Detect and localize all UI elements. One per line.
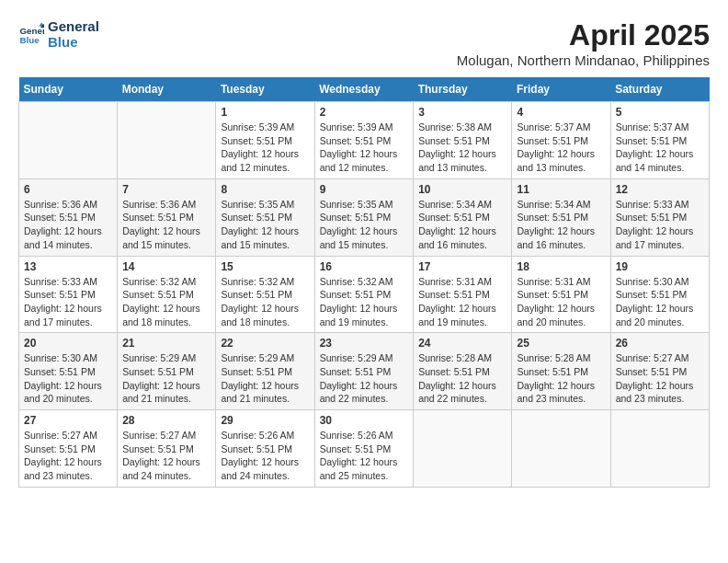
calendar-cell: 7Sunrise: 5:36 AMSunset: 5:51 PMDaylight… xyxy=(118,178,216,256)
day-number: 15 xyxy=(221,260,309,273)
calendar-cell: 17Sunrise: 5:31 AMSunset: 5:51 PMDayligh… xyxy=(414,256,512,333)
calendar-cell: 13Sunrise: 5:33 AMSunset: 5:51 PMDayligh… xyxy=(19,256,118,333)
calendar-cell: 27Sunrise: 5:27 AMSunset: 5:51 PMDayligh… xyxy=(19,410,118,488)
day-info: Sunrise: 5:38 AMSunset: 5:51 PMDaylight:… xyxy=(418,121,506,175)
day-info: Sunrise: 5:36 AMSunset: 5:51 PMDaylight:… xyxy=(122,198,210,252)
header-saturday: Saturday xyxy=(610,77,709,102)
calendar-cell: 2Sunrise: 5:39 AMSunset: 5:51 PMDaylight… xyxy=(314,102,414,179)
day-number: 12 xyxy=(616,183,704,196)
logo-blue: Blue xyxy=(48,34,99,50)
calendar-week-row: 6Sunrise: 5:36 AMSunset: 5:51 PMDaylight… xyxy=(19,178,710,256)
day-info: Sunrise: 5:31 AMSunset: 5:51 PMDaylight:… xyxy=(517,275,605,329)
day-number: 17 xyxy=(418,260,506,273)
day-info: Sunrise: 5:33 AMSunset: 5:51 PMDaylight:… xyxy=(24,275,112,329)
calendar-header-row: SundayMondayTuesdayWednesdayThursdayFrid… xyxy=(19,77,710,102)
calendar-cell: 25Sunrise: 5:28 AMSunset: 5:51 PMDayligh… xyxy=(512,333,610,410)
day-info: Sunrise: 5:35 AMSunset: 5:51 PMDaylight:… xyxy=(320,198,409,252)
calendar-cell: 16Sunrise: 5:32 AMSunset: 5:51 PMDayligh… xyxy=(314,256,414,333)
calendar-table: SundayMondayTuesdayWednesdayThursdayFrid… xyxy=(18,77,710,488)
day-number: 26 xyxy=(616,337,704,350)
day-info: Sunrise: 5:36 AMSunset: 5:51 PMDaylight:… xyxy=(24,198,112,252)
header-wednesday: Wednesday xyxy=(314,77,414,102)
day-info: Sunrise: 5:28 AMSunset: 5:51 PMDaylight:… xyxy=(517,351,605,406)
day-info: Sunrise: 5:26 AMSunset: 5:51 PMDaylight:… xyxy=(320,429,409,483)
day-number: 13 xyxy=(24,260,112,273)
day-number: 1 xyxy=(221,106,309,119)
header-tuesday: Tuesday xyxy=(216,77,314,102)
day-number: 23 xyxy=(320,337,409,350)
day-number: 20 xyxy=(24,337,112,350)
calendar-cell: 20Sunrise: 5:30 AMSunset: 5:51 PMDayligh… xyxy=(19,333,118,410)
day-info: Sunrise: 5:32 AMSunset: 5:51 PMDaylight:… xyxy=(320,275,409,329)
calendar-cell: 12Sunrise: 5:33 AMSunset: 5:51 PMDayligh… xyxy=(610,178,709,256)
calendar-week-row: 1Sunrise: 5:39 AMSunset: 5:51 PMDaylight… xyxy=(19,102,710,179)
calendar-cell: 24Sunrise: 5:28 AMSunset: 5:51 PMDayligh… xyxy=(414,333,512,410)
day-info: Sunrise: 5:34 AMSunset: 5:51 PMDaylight:… xyxy=(517,198,605,252)
calendar-cell: 15Sunrise: 5:32 AMSunset: 5:51 PMDayligh… xyxy=(216,256,314,333)
calendar-cell: 30Sunrise: 5:26 AMSunset: 5:51 PMDayligh… xyxy=(314,410,414,488)
calendar-cell: 19Sunrise: 5:30 AMSunset: 5:51 PMDayligh… xyxy=(610,256,709,333)
calendar-cell: 5Sunrise: 5:37 AMSunset: 5:51 PMDaylight… xyxy=(610,102,709,179)
day-number: 22 xyxy=(221,337,309,350)
day-info: Sunrise: 5:30 AMSunset: 5:51 PMDaylight:… xyxy=(616,275,704,329)
calendar-week-row: 13Sunrise: 5:33 AMSunset: 5:51 PMDayligh… xyxy=(19,256,710,333)
day-info: Sunrise: 5:29 AMSunset: 5:51 PMDaylight:… xyxy=(221,351,309,406)
header-friday: Friday xyxy=(512,77,610,102)
calendar-cell xyxy=(610,410,709,488)
day-number: 14 xyxy=(122,260,210,273)
calendar-week-row: 27Sunrise: 5:27 AMSunset: 5:51 PMDayligh… xyxy=(19,410,710,488)
calendar-cell: 11Sunrise: 5:34 AMSunset: 5:51 PMDayligh… xyxy=(512,178,610,256)
day-number: 24 xyxy=(418,337,506,350)
calendar-week-row: 20Sunrise: 5:30 AMSunset: 5:51 PMDayligh… xyxy=(19,333,710,410)
calendar-cell: 26Sunrise: 5:27 AMSunset: 5:51 PMDayligh… xyxy=(610,333,709,410)
logo-general: General xyxy=(48,18,99,34)
day-number: 29 xyxy=(221,414,309,427)
day-number: 9 xyxy=(320,183,409,196)
day-number: 21 xyxy=(122,337,210,350)
calendar-cell xyxy=(512,410,610,488)
calendar-cell xyxy=(414,410,512,488)
day-info: Sunrise: 5:29 AMSunset: 5:51 PMDaylight:… xyxy=(320,351,409,406)
calendar-cell: 28Sunrise: 5:27 AMSunset: 5:51 PMDayligh… xyxy=(118,410,216,488)
day-info: Sunrise: 5:30 AMSunset: 5:51 PMDaylight:… xyxy=(24,351,112,406)
day-info: Sunrise: 5:37 AMSunset: 5:51 PMDaylight:… xyxy=(517,121,605,175)
day-number: 30 xyxy=(320,414,409,427)
calendar-cell xyxy=(118,102,216,179)
day-number: 28 xyxy=(122,414,210,427)
day-info: Sunrise: 5:27 AMSunset: 5:51 PMDaylight:… xyxy=(24,429,112,483)
day-number: 2 xyxy=(320,106,409,119)
day-number: 11 xyxy=(517,183,605,196)
day-number: 3 xyxy=(418,106,506,119)
calendar-cell: 9Sunrise: 5:35 AMSunset: 5:51 PMDaylight… xyxy=(314,178,414,256)
day-info: Sunrise: 5:32 AMSunset: 5:51 PMDaylight:… xyxy=(122,275,210,329)
day-number: 6 xyxy=(24,183,112,196)
day-info: Sunrise: 5:39 AMSunset: 5:51 PMDaylight:… xyxy=(221,121,309,175)
day-info: Sunrise: 5:27 AMSunset: 5:51 PMDaylight:… xyxy=(122,429,210,483)
calendar-cell: 21Sunrise: 5:29 AMSunset: 5:51 PMDayligh… xyxy=(118,333,216,410)
calendar-title: April 2025 xyxy=(457,18,710,52)
logo: General Blue General Blue xyxy=(18,18,99,50)
day-info: Sunrise: 5:31 AMSunset: 5:51 PMDaylight:… xyxy=(418,275,506,329)
calendar-cell: 1Sunrise: 5:39 AMSunset: 5:51 PMDaylight… xyxy=(216,102,314,179)
day-number: 27 xyxy=(24,414,112,427)
calendar-cell: 23Sunrise: 5:29 AMSunset: 5:51 PMDayligh… xyxy=(314,333,414,410)
day-info: Sunrise: 5:29 AMSunset: 5:51 PMDaylight:… xyxy=(122,351,210,406)
day-info: Sunrise: 5:33 AMSunset: 5:51 PMDaylight:… xyxy=(616,198,704,252)
calendar-cell: 22Sunrise: 5:29 AMSunset: 5:51 PMDayligh… xyxy=(216,333,314,410)
calendar-cell: 14Sunrise: 5:32 AMSunset: 5:51 PMDayligh… xyxy=(118,256,216,333)
day-info: Sunrise: 5:26 AMSunset: 5:51 PMDaylight:… xyxy=(221,429,309,483)
page-header: General Blue General Blue April 2025 Mol… xyxy=(18,18,710,68)
calendar-cell: 4Sunrise: 5:37 AMSunset: 5:51 PMDaylight… xyxy=(512,102,610,179)
calendar-subtitle: Molugan, Northern Mindanao, Philippines xyxy=(457,52,710,68)
day-number: 5 xyxy=(616,106,704,119)
calendar-cell: 29Sunrise: 5:26 AMSunset: 5:51 PMDayligh… xyxy=(216,410,314,488)
day-info: Sunrise: 5:32 AMSunset: 5:51 PMDaylight:… xyxy=(221,275,309,329)
day-number: 4 xyxy=(517,106,605,119)
header-thursday: Thursday xyxy=(414,77,512,102)
day-info: Sunrise: 5:34 AMSunset: 5:51 PMDaylight:… xyxy=(418,198,506,252)
day-info: Sunrise: 5:28 AMSunset: 5:51 PMDaylight:… xyxy=(418,351,506,406)
day-number: 7 xyxy=(122,183,210,196)
calendar-cell: 3Sunrise: 5:38 AMSunset: 5:51 PMDaylight… xyxy=(414,102,512,179)
day-info: Sunrise: 5:35 AMSunset: 5:51 PMDaylight:… xyxy=(221,198,309,252)
calendar-cell xyxy=(19,102,118,179)
